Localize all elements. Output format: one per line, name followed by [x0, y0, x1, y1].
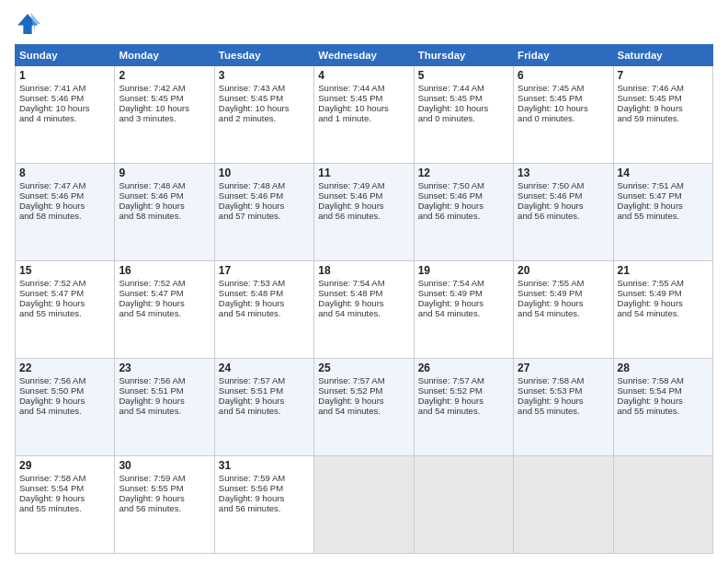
- calendar-cell: 12Sunrise: 7:50 AMSunset: 5:46 PMDayligh…: [414, 164, 513, 261]
- day-info-line: Daylight: 9 hours: [119, 493, 210, 503]
- day-info-line: and 54 minutes.: [518, 308, 609, 318]
- day-info-line: Sunset: 5:45 PM: [318, 93, 409, 103]
- day-info-line: Sunset: 5:49 PM: [518, 288, 609, 298]
- day-info-line: Sunrise: 7:59 AM: [119, 473, 210, 483]
- day-info-line: Sunset: 5:50 PM: [19, 385, 110, 396]
- calendar-cell: 21Sunrise: 7:55 AMSunset: 5:49 PMDayligh…: [613, 261, 712, 359]
- day-info-line: Daylight: 9 hours: [19, 298, 110, 308]
- day-number: 3: [219, 69, 310, 82]
- day-number: 26: [418, 362, 509, 374]
- day-info-line: Daylight: 9 hours: [618, 201, 709, 211]
- calendar-cell: 16Sunrise: 7:52 AMSunset: 5:47 PMDayligh…: [115, 261, 214, 359]
- day-info-line: Sunrise: 7:59 AM: [219, 473, 310, 483]
- day-info-line: and 0 minutes.: [518, 113, 609, 123]
- day-info-line: Sunrise: 7:50 AM: [418, 180, 509, 190]
- day-number: 17: [219, 264, 310, 277]
- day-number: 4: [318, 69, 409, 82]
- day-info-line: Sunrise: 7:53 AM: [219, 278, 310, 288]
- day-info-line: and 54 minutes.: [318, 308, 409, 318]
- day-info-line: Daylight: 10 hours: [518, 103, 609, 113]
- day-number: 10: [219, 167, 310, 179]
- calendar-cell: 23Sunrise: 7:56 AMSunset: 5:51 PMDayligh…: [115, 359, 214, 456]
- day-number: 25: [318, 362, 409, 374]
- day-info-line: Sunrise: 7:50 AM: [518, 180, 609, 190]
- day-info-line: Sunrise: 7:57 AM: [318, 375, 409, 385]
- calendar-cell: 15Sunrise: 7:52 AMSunset: 5:47 PMDayligh…: [16, 261, 115, 359]
- day-info-line: Sunset: 5:46 PM: [418, 190, 509, 201]
- header: [15, 11, 713, 37]
- day-number: 11: [318, 167, 409, 179]
- day-number: 14: [618, 167, 709, 179]
- day-info-line: and 55 minutes.: [19, 503, 110, 513]
- day-info-line: Sunrise: 7:58 AM: [19, 473, 110, 483]
- day-info-line: Daylight: 9 hours: [119, 298, 210, 308]
- day-info-line: and 56 minutes.: [518, 211, 609, 221]
- day-info-line: and 54 minutes.: [418, 308, 509, 318]
- day-info-line: and 54 minutes.: [618, 308, 709, 318]
- day-info-line: and 54 minutes.: [119, 406, 210, 416]
- calendar-cell: 1Sunrise: 7:41 AMSunset: 5:46 PMDaylight…: [16, 66, 115, 164]
- day-number: 12: [418, 167, 509, 179]
- calendar-cell: 19Sunrise: 7:54 AMSunset: 5:49 PMDayligh…: [414, 261, 513, 359]
- calendar-cell: 27Sunrise: 7:58 AMSunset: 5:53 PMDayligh…: [514, 359, 613, 456]
- day-info-line: Daylight: 9 hours: [618, 396, 709, 406]
- day-info-line: Sunset: 5:46 PM: [19, 190, 110, 201]
- day-info-line: Daylight: 9 hours: [618, 103, 709, 113]
- day-number: 27: [518, 362, 609, 374]
- calendar-cell: 13Sunrise: 7:50 AMSunset: 5:46 PMDayligh…: [514, 164, 613, 261]
- day-info-line: Sunset: 5:46 PM: [518, 190, 609, 201]
- day-header-tuesday: Tuesday: [214, 45, 313, 66]
- day-number: 29: [19, 459, 110, 472]
- day-info-line: Sunset: 5:48 PM: [219, 288, 310, 298]
- day-info-line: and 3 minutes.: [119, 113, 210, 123]
- day-info-line: Sunrise: 7:58 AM: [618, 375, 709, 385]
- day-info-line: Sunset: 5:51 PM: [119, 385, 210, 396]
- calendar-cell: 24Sunrise: 7:57 AMSunset: 5:51 PMDayligh…: [214, 359, 313, 456]
- logo: [15, 11, 44, 37]
- day-info-line: Daylight: 9 hours: [219, 298, 310, 308]
- day-info-line: Sunrise: 7:56 AM: [119, 375, 210, 385]
- day-info-line: and 56 minutes.: [418, 211, 509, 221]
- day-info-line: Sunset: 5:47 PM: [618, 190, 709, 201]
- day-info-line: Sunset: 5:54 PM: [618, 385, 709, 396]
- day-info-line: Daylight: 9 hours: [518, 396, 609, 406]
- day-header-wednesday: Wednesday: [314, 45, 414, 66]
- day-info-line: Sunrise: 7:49 AM: [318, 180, 409, 190]
- day-info-line: and 54 minutes.: [318, 406, 409, 416]
- day-info-line: Daylight: 10 hours: [19, 103, 110, 113]
- day-number: 6: [518, 69, 609, 82]
- day-number: 22: [19, 362, 110, 374]
- day-info-line: Sunrise: 7:57 AM: [219, 375, 310, 385]
- day-info-line: and 54 minutes.: [418, 406, 509, 416]
- day-info-line: Sunset: 5:52 PM: [318, 385, 409, 396]
- day-info-line: Daylight: 9 hours: [418, 298, 509, 308]
- day-info-line: Daylight: 9 hours: [19, 201, 110, 211]
- day-number: 19: [418, 264, 509, 277]
- calendar-cell: 3Sunrise: 7:43 AMSunset: 5:45 PMDaylight…: [214, 66, 313, 164]
- day-info-line: Sunset: 5:45 PM: [618, 93, 709, 103]
- calendar-cell: 6Sunrise: 7:45 AMSunset: 5:45 PMDaylight…: [514, 66, 613, 164]
- day-info-line: Sunrise: 7:48 AM: [219, 180, 310, 190]
- day-info-line: and 54 minutes.: [19, 406, 110, 416]
- day-info-line: and 1 minute.: [318, 113, 409, 123]
- calendar-week-2: 8Sunrise: 7:47 AMSunset: 5:46 PMDaylight…: [16, 164, 713, 261]
- day-info-line: Sunset: 5:51 PM: [219, 385, 310, 396]
- day-info-line: Daylight: 9 hours: [318, 201, 409, 211]
- day-info-line: Sunset: 5:55 PM: [119, 483, 210, 493]
- day-info-line: Sunset: 5:45 PM: [518, 93, 609, 103]
- calendar-week-5: 29Sunrise: 7:58 AMSunset: 5:54 PMDayligh…: [16, 456, 713, 554]
- day-info-line: Sunset: 5:49 PM: [418, 288, 509, 298]
- day-header-monday: Monday: [115, 45, 214, 66]
- day-info-line: and 2 minutes.: [219, 113, 310, 123]
- day-number: 20: [518, 264, 609, 277]
- day-number: 24: [219, 362, 310, 374]
- day-info-line: Sunrise: 7:45 AM: [518, 83, 609, 93]
- day-info-line: and 54 minutes.: [119, 308, 210, 318]
- day-info-line: Daylight: 9 hours: [219, 493, 310, 503]
- calendar-cell: 17Sunrise: 7:53 AMSunset: 5:48 PMDayligh…: [214, 261, 313, 359]
- day-info-line: Daylight: 9 hours: [119, 396, 210, 406]
- day-info-line: and 56 minutes.: [119, 503, 210, 513]
- calendar-cell: 4Sunrise: 7:44 AMSunset: 5:45 PMDaylight…: [314, 66, 414, 164]
- day-info-line: Sunrise: 7:56 AM: [19, 375, 110, 385]
- day-info-line: Sunset: 5:47 PM: [19, 288, 110, 298]
